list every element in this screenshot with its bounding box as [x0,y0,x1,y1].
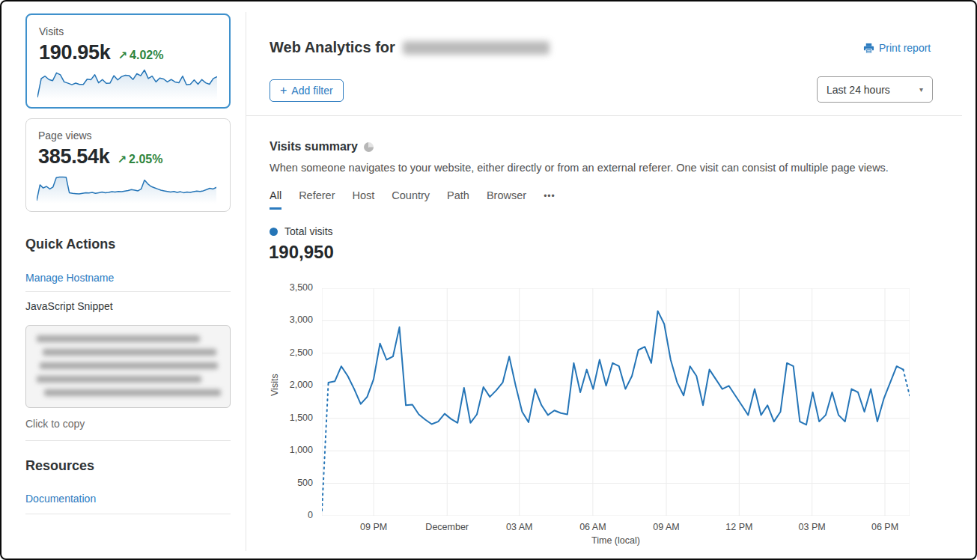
blurred-code-line [43,349,216,356]
blurred-code-line [37,376,201,383]
quick-actions-heading: Quick Actions [25,237,115,252]
chart-legend: Total visits [270,225,333,237]
chevron-down-icon: ▾ [919,85,923,94]
plus-icon: + [280,84,287,97]
legend-dot-icon [270,228,278,236]
javascript-snippet-label: JavaScript Snippet [25,300,113,312]
documentation-link[interactable]: Documentation [25,493,96,505]
visits-summary-heading: Visits summary [270,140,374,153]
header-divider [246,115,962,116]
visits-chart: Visits 05001,0001,5002,0002,5003,0003,50… [270,284,936,550]
time-range-dropdown[interactable]: Last 24 hours ▾ [817,76,933,103]
total-visits-value: 190,950 [269,242,334,263]
tab-host[interactable]: Host [352,189,374,210]
trend-up-icon: ↗ [118,49,128,61]
click-to-copy-hint: Click to copy [25,418,85,430]
resources-heading: Resources [25,458,94,474]
trend-up-icon: ↗ [118,153,127,165]
more-tabs-button[interactable]: ••• [544,189,556,210]
add-filter-button[interactable]: + Add filter [270,79,344,102]
tab-all[interactable]: All [270,189,281,210]
tab-browser[interactable]: Browser [487,189,526,210]
blurred-code-line [40,362,218,369]
javascript-snippet-code-box[interactable] [25,325,231,408]
visits-sparkline [37,65,217,100]
sidebar-divider [25,514,231,514]
legend-label: Total visits [284,225,333,237]
visits-card-value: 190.95k [39,41,111,64]
tab-country[interactable]: Country [392,189,430,210]
x-axis-label: Time (local) [322,535,910,546]
pageviews-card-value: 385.54k [38,145,110,168]
visits-card-change: ↗4.02% [118,49,164,62]
pageviews-sparkline [37,169,216,204]
page-title: Web Analytics for [270,39,550,56]
pageviews-card-change: ↗2.05% [118,153,163,166]
printer-icon [863,43,874,54]
visits-card-label: Visits [39,25,217,37]
sidebar-divider [25,291,231,292]
summary-tabs: All Referer Host Country Path Browser ••… [270,189,556,210]
app-window: Visits 190.95k ↗4.02% Page views 385.54k… [0,0,977,560]
visits-metric-card[interactable]: Visits 190.95k ↗4.02% [25,13,231,109]
manage-hostname-link[interactable]: Manage Hostname [25,272,114,284]
sidebar-main-separator [246,12,246,551]
blurred-domain-name [403,41,550,55]
pageviews-card-label: Page views [38,130,218,141]
x-axis-ticks: 09 PMDecember03 AM06 AM09 AM12 PM03 PM06… [322,522,910,534]
y-axis-ticks: 05001,0001,5002,0002,5003,0003,500 [270,288,313,516]
blurred-code-line [44,389,221,396]
pageviews-metric-card[interactable]: Page views 385.54k ↗2.05% [25,118,231,212]
tab-referer[interactable]: Referer [299,189,335,210]
sidebar-divider [25,440,231,441]
pie-chart-icon [364,142,374,152]
chart-plot-area[interactable] [322,288,910,516]
visits-summary-description: When someone navigates to your website, … [270,162,889,174]
blurred-code-line [37,335,200,342]
print-report-link[interactable]: Print report [863,42,931,54]
tab-path[interactable]: Path [447,189,469,210]
time-range-value: Last 24 hours [827,84,890,96]
